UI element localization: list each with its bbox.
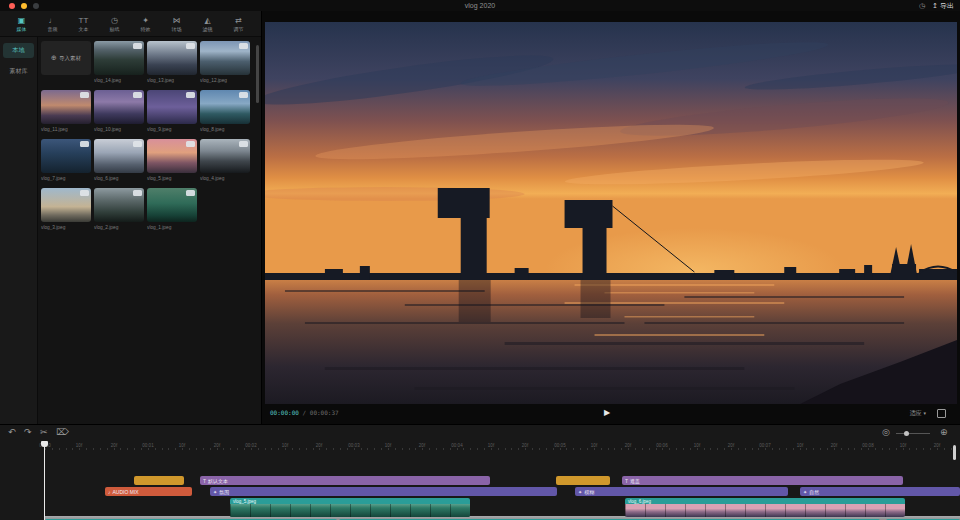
audio-clip-icon: ♪ <box>108 489 111 495</box>
playhead-handle[interactable] <box>41 441 48 447</box>
ruler-label: 00:01 <box>142 442 153 447</box>
timecode-separator: / <box>303 409 310 416</box>
media-toolbar-item-6[interactable]: ⋈转场 <box>161 13 192 35</box>
text-clip-icon: T <box>625 478 628 484</box>
media-grid-item[interactable]: vlog_13.jpeg <box>147 41 197 83</box>
ruler-label: 00:02 <box>245 442 256 447</box>
chevron-down-icon: ▾ <box>923 410 926 416</box>
labeled-clip[interactable]: T遮盖 <box>622 476 903 485</box>
media-grid-scrollbar[interactable] <box>256 45 259 103</box>
media-grid: ⊕导入素材vlog_14.jpegvlog_13.jpegvlog_12.jpe… <box>38 37 261 424</box>
transition-icon: ⋈ <box>173 17 181 25</box>
clip[interactable] <box>556 476 610 485</box>
ruler-label: 10f <box>899 442 905 447</box>
labeled-clip[interactable]: ✦自然 <box>800 487 960 496</box>
rail-item-1[interactable]: 本地 <box>3 43 34 58</box>
media-toolbar-item-3[interactable]: TT文本 <box>68 13 99 35</box>
redo-icon[interactable]: ↷ <box>24 427 32 438</box>
upload-icon: ↥ <box>932 2 938 10</box>
media-grid-item[interactable]: vlog_8.jpeg <box>200 90 250 132</box>
media-toolbar-item-4[interactable]: ◷贴纸 <box>99 13 130 35</box>
media-grid-item[interactable]: vlog_14.jpeg <box>94 41 144 83</box>
media-thumbnail <box>41 90 91 124</box>
zoom-in-icon[interactable]: ⊕ <box>940 427 948 438</box>
ruler-label: 00:05 <box>554 442 565 447</box>
ruler-label: 20f <box>110 442 116 447</box>
image-type-badge <box>186 43 195 49</box>
clip-label: ✦氛围 <box>210 487 557 496</box>
media-icon: ▣ <box>18 17 26 25</box>
image-type-badge <box>80 141 89 147</box>
sunset-cityscape-image <box>265 22 957 404</box>
playhead[interactable] <box>44 441 45 520</box>
snap-icon[interactable]: ◎ <box>882 427 890 438</box>
rail-item-2[interactable]: 素材库 <box>3 64 34 79</box>
fullscreen-icon[interactable] <box>937 409 946 418</box>
timeline-zoom-knob[interactable] <box>904 431 909 436</box>
image-type-badge <box>186 190 195 196</box>
media-toolbar-item-5[interactable]: ✦特效 <box>130 13 161 35</box>
clip-label: ✦模糊 <box>575 487 788 496</box>
ruler-label: 20f <box>213 442 219 447</box>
media-grid-item[interactable]: vlog_9.jpeg <box>147 90 197 132</box>
export-button[interactable]: ↥ 导出 <box>932 1 954 11</box>
clip[interactable] <box>134 476 184 485</box>
labeled-clip[interactable]: T默认文本 <box>200 476 490 485</box>
preview-panel: 00:00:00 / 00:00:37 ▶ 适应 ▾ <box>262 11 960 424</box>
timeline-zoom-slider[interactable] <box>896 433 930 434</box>
effect-clip-icon: ✦ <box>578 489 582 495</box>
clock-icon[interactable]: ◷ <box>919 2 925 10</box>
video-clip[interactable]: vlog_5.jpeg <box>230 498 470 517</box>
clip-filmstrip <box>625 504 905 517</box>
labeled-clip[interactable]: ✦氛围 <box>210 487 557 496</box>
media-grid-item[interactable]: vlog_4.jpeg <box>200 139 250 181</box>
ruler-label: 20f <box>316 442 322 447</box>
media-grid-item[interactable]: vlog_10.jpeg <box>94 90 144 132</box>
effect-clip-icon: ✦ <box>803 489 807 495</box>
media-toolbar-item-2[interactable]: ♩音频 <box>37 13 68 35</box>
media-grid-item[interactable]: vlog_1.jpeg <box>147 188 197 230</box>
media-grid-item[interactable]: vlog_12.jpeg <box>200 41 250 83</box>
media-thumbnail <box>41 139 91 173</box>
frame-separators <box>230 504 470 517</box>
timeline-panel: ↶↷✂⌦◎⊕ 00:0010f20f00:0110f20f00:0210f20f… <box>0 424 960 520</box>
labeled-clip[interactable]: ♪AUDIO MIX <box>105 487 192 496</box>
frame-separators <box>625 504 905 517</box>
media-toolbar-item-7[interactable]: ◭滤镜 <box>192 13 223 35</box>
image-type-badge <box>133 43 142 49</box>
toolbar-item-label: 媒体 <box>17 26 27 31</box>
media-filename: vlog_13.jpeg <box>147 77 195 83</box>
media-filename: vlog_6.jpeg <box>94 175 142 181</box>
timeline-tracks: ♪ T默认文本T遮盖♪AUDIO MIX✦氛围✦模糊✦自然vlog_5.jpeg… <box>0 450 960 520</box>
ruler-label: 20f <box>728 442 734 447</box>
ruler-label: 10f <box>694 442 700 447</box>
media-grid-item[interactable]: vlog_7.jpeg <box>41 139 91 181</box>
timeline-ruler[interactable]: 00:0010f20f00:0110f20f00:0210f20f00:0310… <box>0 441 960 450</box>
import-label: 导入素材 <box>59 55 81 62</box>
ruler-label: 10f <box>76 442 82 447</box>
delete-icon[interactable]: ⌦ <box>56 427 69 438</box>
import-media-button[interactable]: ⊕导入素材 <box>41 41 91 75</box>
labeled-clip[interactable]: ✦模糊 <box>575 487 788 496</box>
media-grid-item[interactable]: vlog_6.jpeg <box>94 139 144 181</box>
media-toolbar-item-8[interactable]: ⇄调节 <box>223 13 254 35</box>
fit-zoom-dropdown[interactable]: 适应 ▾ <box>910 409 926 418</box>
media-toolbar-item-1[interactable]: ▣媒体 <box>6 13 37 35</box>
media-grid-item[interactable]: vlog_5.jpeg <box>147 139 197 181</box>
undo-icon[interactable]: ↶ <box>8 427 16 438</box>
media-grid-item[interactable]: vlog_11.jpeg <box>41 90 91 132</box>
image-type-badge <box>133 92 142 98</box>
media-grid-item[interactable]: vlog_3.jpeg <box>41 188 91 230</box>
split-icon[interactable]: ✂ <box>40 427 48 438</box>
video-clip[interactable]: vlog_6.jpeg <box>625 498 905 517</box>
play-button[interactable]: ▶ <box>604 408 610 417</box>
media-grid-item[interactable]: vlog_2.jpeg <box>94 188 144 230</box>
media-rail: 本地素材库 <box>0 37 38 424</box>
timeline-vertical-scrollbar[interactable] <box>953 445 956 460</box>
media-filename: vlog_9.jpeg <box>147 126 195 132</box>
image-type-badge <box>133 190 142 196</box>
media-thumbnail <box>147 41 197 75</box>
filter-icon: ◭ <box>204 17 210 25</box>
media-filename: vlog_12.jpeg <box>200 77 248 83</box>
media-panel: ▣媒体♩音频TT文本◷贴纸✦特效⋈转场◭滤镜⇄调节 本地素材库 ⊕导入素材vlo… <box>0 11 262 424</box>
